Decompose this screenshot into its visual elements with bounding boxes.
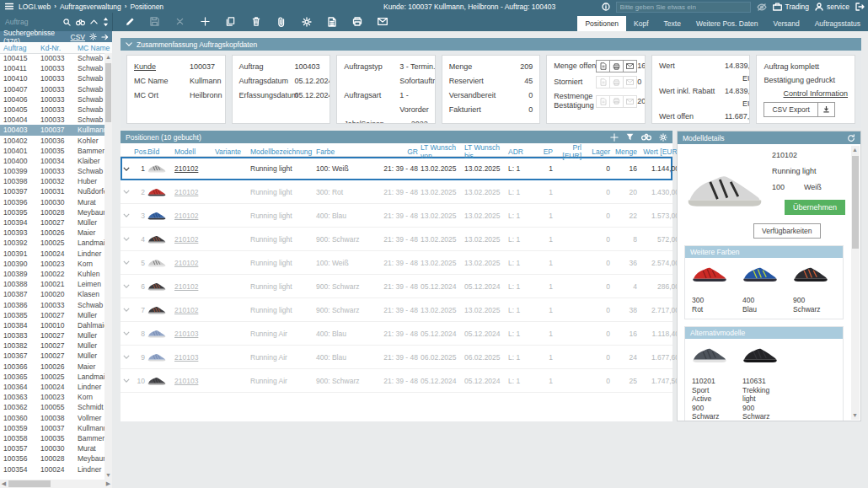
expand-row-icon[interactable]	[123, 167, 134, 171]
result-row[interactable]: 100391100024Lindner	[0, 249, 112, 259]
column-header[interactable]: Farbe	[316, 147, 373, 156]
result-row[interactable]: 100362100055Schmidt	[0, 402, 112, 412]
result-row[interactable]: 100356100028Meybaum	[0, 453, 112, 464]
expand-row-icon[interactable]	[123, 190, 134, 194]
position-row[interactable]: 6 210102 Running light900: Schwarz 21: 3…	[121, 275, 672, 298]
result-row[interactable]: 100411100033Schwab	[0, 63, 112, 73]
result-row[interactable]: 100395100028Meybaum	[0, 207, 112, 217]
mail-icon[interactable]	[624, 61, 636, 72]
result-row[interactable]: 100399100033Schwab	[0, 166, 112, 176]
logout-icon[interactable]	[855, 3, 865, 11]
sidebar-vertical-scrollbar[interactable]: ▲▼	[104, 53, 112, 480]
color-variant[interactable]: 400Blau	[742, 265, 783, 314]
csv-export-button[interactable]: CSV Export	[764, 102, 817, 117]
column-header[interactable]: Pos.	[134, 147, 147, 156]
position-row[interactable]: 9 210103 Running Air400: Blau 21: 39 - 4…	[121, 346, 672, 369]
expand-row-icon[interactable]	[123, 260, 134, 265]
attachment-icon[interactable]	[276, 16, 287, 27]
tab-positionen[interactable]: Positionen	[577, 16, 626, 31]
result-row[interactable]: 100405100033Schwab	[0, 105, 112, 115]
refresh-icon[interactable]	[847, 134, 855, 142]
position-row[interactable]: 2 210102 Running light300: Rot 21: 39 - …	[121, 180, 672, 204]
result-row[interactable]: 100394100027Müller	[0, 217, 112, 228]
position-row[interactable]: 4 210102 Running light900: Schwarz 21: 3…	[121, 228, 672, 251]
tab-kopf[interactable]: Kopf	[626, 16, 656, 31]
result-row[interactable]: 100393100026Maier	[0, 228, 112, 238]
result-row[interactable]: 100403100037Kullmann	[0, 125, 112, 135]
info-icon[interactable]	[602, 3, 610, 11]
breadcrumb-item[interactable]: Positionen	[130, 3, 163, 11]
model-link[interactable]: 210102	[174, 212, 215, 220]
result-row[interactable]: 100415100033Schwab	[0, 53, 112, 63]
result-row[interactable]: 100364100024Lindner	[0, 382, 112, 392]
column-header[interactable]: Prl [EUR]	[555, 143, 584, 160]
alternative-model[interactable]: 110631Trekkinglight900Schwarz	[742, 346, 783, 421]
copy-icon[interactable]	[225, 16, 236, 27]
tab-auftragsstatus[interactable]: Auftragsstatus	[807, 16, 868, 31]
order-search-input[interactable]: Auftrag	[0, 18, 63, 26]
tab-texte[interactable]: Texte	[656, 16, 689, 31]
cancel-icon[interactable]	[174, 16, 185, 27]
sidebar-csv-link[interactable]: CSV	[71, 33, 85, 41]
download-icon[interactable]	[817, 102, 835, 117]
expand-row-icon[interactable]	[123, 378, 134, 383]
model-link[interactable]: 210102	[174, 259, 215, 267]
print-icon[interactable]	[351, 16, 362, 27]
tab-weitere-pos-daten[interactable]: Weitere Pos. Daten	[689, 16, 766, 31]
model-link[interactable]: 210103	[174, 353, 215, 362]
expand-row-icon[interactable]	[123, 331, 134, 335]
menu-icon[interactable]	[5, 3, 13, 10]
trading-menu[interactable]: Trading	[773, 3, 810, 11]
positions-settings-icon[interactable]	[659, 133, 667, 142]
model-link[interactable]: 210102	[174, 306, 215, 314]
document-icon[interactable]	[597, 61, 610, 72]
mail-icon[interactable]	[377, 16, 388, 27]
column-header[interactable]: Lager	[584, 147, 613, 156]
result-row[interactable]: 100363100023Korn	[0, 392, 112, 402]
edit-icon[interactable]	[124, 16, 135, 27]
sidebar-horizontal-scrollbar[interactable]: ◀▶	[0, 480, 112, 488]
quick-search-input[interactable]	[616, 2, 751, 13]
result-row[interactable]: 100365100025Landmaier	[0, 372, 112, 382]
column-header[interactable]: ADR	[508, 147, 530, 156]
model-link[interactable]: 210102	[174, 164, 215, 173]
result-row[interactable]: 100398100032Huber	[0, 176, 112, 186]
details-vertical-scrollbar[interactable]: ▲▼	[851, 146, 860, 420]
print-icon[interactable]	[610, 61, 624, 72]
model-link[interactable]: 210102	[174, 235, 215, 244]
expand-row-icon[interactable]	[123, 237, 134, 241]
result-row[interactable]: 100397100031Nußdorfer	[0, 186, 112, 196]
control-information-link[interactable]: Control Information	[784, 87, 849, 100]
breadcrumb-item[interactable]: Auftragsverwaltung	[60, 3, 121, 11]
model-link[interactable]: 210102	[174, 188, 215, 196]
print-actions-group[interactable]	[596, 60, 637, 72]
apply-button[interactable]: Übernehmen	[785, 200, 845, 215]
add-icon[interactable]	[200, 16, 211, 27]
result-row[interactable]: 100358100035Bammert	[0, 433, 112, 443]
add-position-icon[interactable]	[610, 133, 619, 142]
model-link[interactable]: 210102	[174, 282, 215, 291]
save-icon[interactable]	[149, 16, 160, 27]
sidebar-column-headers[interactable]: Auftrag Kd-Nr. MC Name	[0, 42, 112, 54]
column-header[interactable]: EP	[530, 147, 555, 156]
result-row[interactable]: 100386100033Schwab	[0, 300, 112, 310]
result-row[interactable]: 100406100033Schwab	[0, 94, 112, 105]
result-row[interactable]: 100387100020Klasen	[0, 289, 112, 299]
expand-row-icon[interactable]	[123, 284, 134, 288]
column-header[interactable]: Modell	[174, 147, 215, 156]
search-icon[interactable]	[63, 19, 71, 26]
availability-button[interactable]: Verfügbarkeiten	[753, 223, 821, 239]
result-row[interactable]: 100404100033Schwab	[0, 115, 112, 125]
filter-icon[interactable]	[626, 133, 634, 141]
tab-versand[interactable]: Versand	[765, 16, 806, 31]
expand-row-icon[interactable]	[123, 308, 134, 312]
position-row[interactable]: 8 210103 Running Air400: Blau 21: 39 - 4…	[121, 322, 672, 346]
column-header[interactable]: Modellbezeichnung	[250, 147, 316, 156]
result-row[interactable]: 100366100026Maier	[0, 362, 112, 372]
result-row[interactable]: 100390100023Korn	[0, 259, 112, 269]
result-row[interactable]: 100383100027Müller	[0, 330, 112, 341]
result-row[interactable]: 100360100038Vollmer	[0, 413, 112, 423]
column-header[interactable]: Menge	[613, 147, 640, 156]
column-header[interactable]: Wert [EUR]	[640, 147, 682, 156]
position-row[interactable]: 10 210103 Running Air900: Schwarz 21: 39…	[121, 369, 672, 393]
